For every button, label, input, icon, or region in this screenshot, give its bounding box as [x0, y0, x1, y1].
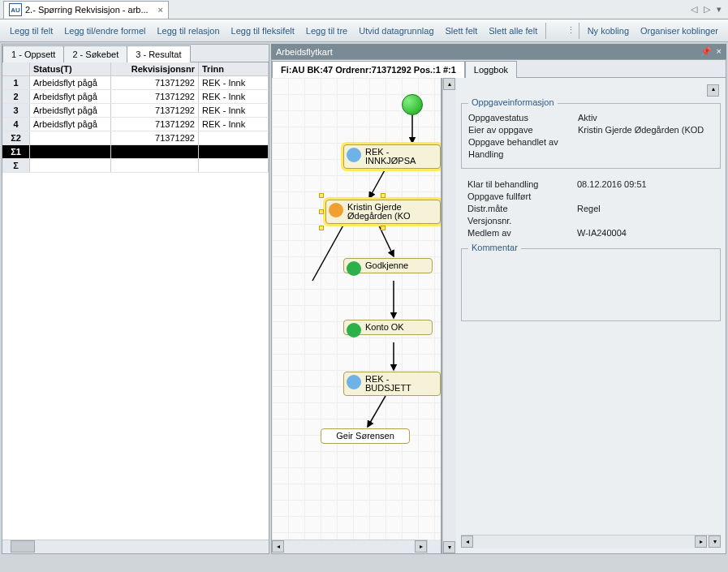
tb-add-field[interactable]: Legg til felt [5, 24, 58, 38]
tb-add-relation[interactable]: Legg til relasjon [152, 24, 224, 38]
info-hscroll[interactable]: ◂▸ ▾ [461, 535, 721, 548]
tb-add-tree[interactable]: Legg til tre [301, 24, 352, 38]
table-row[interactable]: 1Arbeidsflyt pågå71371292REK - Innk [2, 76, 269, 90]
tab-resultat[interactable]: 3 - Resultat [127, 45, 190, 62]
svg-line-2 [312, 222, 345, 281]
tab-loggbok[interactable]: Loggbok [465, 61, 517, 78]
table-sum-row[interactable]: Σ271371292 [2, 131, 269, 145]
window-title: 2.- Spørring Rekvisisjon - arb... [25, 5, 149, 15]
tb-new-link[interactable]: Ny kobling [583, 24, 634, 38]
approve-icon [347, 323, 361, 338]
tb-add-formula[interactable]: Legg til/endre formel [59, 24, 150, 38]
th-trinn[interactable]: Trinn [199, 62, 269, 75]
toolbar-separator [579, 23, 579, 39]
person-icon [347, 148, 361, 162]
flow-node-budsjett[interactable]: REK - BUDSJETT [343, 372, 441, 396]
th-rek[interactable]: Rekvisisjonsnr [111, 62, 199, 75]
pin-icon[interactable]: 📌 [700, 46, 712, 57]
flow-scroll-corner [427, 540, 441, 553]
table-row[interactable]: 2Arbeidsflyt pågå71371292REK - Innk [2, 90, 269, 104]
tb-add-flex[interactable]: Legg til fleksifelt [226, 24, 299, 38]
group-kommentar: Kommentar [461, 248, 721, 321]
info-scroll-up-icon[interactable]: ▴ [707, 84, 719, 97]
group-oppgaveinfo: Oppgaveinformasjon OppgavestatusAktiv Ei… [461, 103, 721, 169]
table-sum-row[interactable]: Σ1 [2, 145, 269, 159]
toolbar-separator [545, 23, 546, 39]
th-status[interactable]: Status(T) [30, 62, 111, 75]
flow-node-godkjenne[interactable]: Godkjenne [343, 258, 433, 273]
panel-title: Arbeidsflytkart [276, 47, 333, 57]
flow-vscroll[interactable]: ▴▾ [442, 78, 456, 553]
flow-start-node[interactable] [402, 94, 423, 115]
table-row[interactable]: 3Arbeidsflyt pågå71371292REK - Innk [2, 104, 269, 118]
table-hscroll[interactable] [2, 540, 269, 553]
tab-sokebet[interactable]: 2 - Søkebet [63, 45, 127, 62]
tab-oppsett[interactable]: 1 - Oppsett [2, 45, 64, 62]
nav-prev-icon[interactable]: ◁ [691, 4, 697, 15]
play-icon [329, 203, 343, 217]
nav-next-icon[interactable]: ▷ [704, 4, 710, 15]
window-tab[interactable]: AU 2.- Spørring Rekvisisjon - arb... × [3, 1, 169, 19]
close-tab-icon[interactable]: × [158, 5, 163, 15]
tb-organize-links[interactable]: Organiser koblinger [635, 24, 723, 38]
toolbar-overflow-icon[interactable]: ⋮ [566, 25, 575, 36]
svg-line-3 [377, 222, 394, 256]
table-sum-row[interactable]: Σ [2, 159, 269, 173]
tb-delete-all[interactable]: Slett alle felt [484, 24, 542, 38]
tb-delete-field[interactable]: Slett felt [441, 24, 483, 38]
flow-hscroll[interactable]: ◂▸ [272, 540, 427, 553]
tab-info[interactable]: Fi:AU BK:47 Ordrenr:71371292 Pos.:1 #:1 [272, 61, 465, 78]
flow-node-rek-innkjop[interactable]: REK - INNKJØPSA [343, 144, 441, 169]
flow-node-konto[interactable]: Konto OK [343, 320, 433, 335]
th-rownum [2, 62, 30, 75]
tb-expand[interactable]: Utvid datagrunnlag [354, 24, 438, 38]
svg-line-1 [369, 169, 386, 198]
panel-close-icon[interactable]: × [717, 46, 722, 57]
nav-menu-icon[interactable]: ▾ [717, 4, 722, 15]
app-icon: AU [9, 3, 22, 16]
flow-node-geir[interactable]: Geir Sørensen [321, 428, 410, 444]
person-icon [347, 375, 361, 389]
table-row[interactable]: 4Arbeidsflyt pågå71371292REK - Innk [2, 118, 269, 131]
approve-icon [347, 261, 361, 276]
svg-line-6 [368, 396, 386, 427]
flow-node-owner[interactable]: Kristin Gjerde Ødegården (KO [325, 200, 441, 224]
